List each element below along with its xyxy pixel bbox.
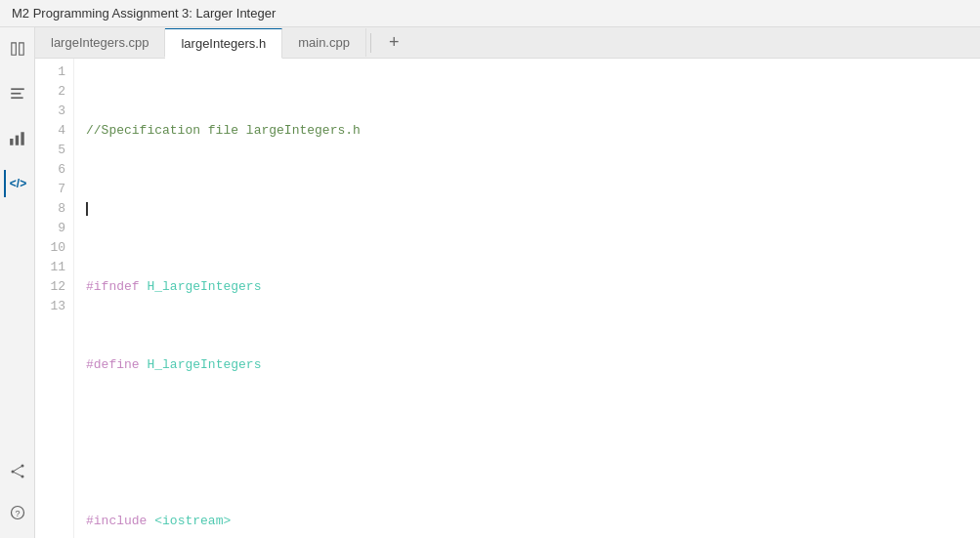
line-number-6: 6: [43, 160, 65, 180]
tab-bar: largeIntegers.cpp largeIntegers.h main.c…: [35, 27, 980, 59]
tab-largeIntegers-cpp[interactable]: largeIntegers.cpp: [35, 28, 165, 57]
code-line-4: #define H_largeIntegers: [86, 355, 980, 375]
code-content[interactable]: //Specification file largeIntegers.h #if…: [74, 59, 980, 538]
code-icon[interactable]: </>: [4, 170, 31, 197]
help-icon[interactable]: ?: [4, 499, 31, 526]
code-editor[interactable]: 1 2 3 4 5 6 7 8 9 10 11 12 13 //Specific…: [35, 59, 980, 538]
line-number-3: 3: [43, 102, 65, 121]
code-line-5: [86, 434, 980, 453]
tab-main-cpp[interactable]: main.cpp: [282, 28, 366, 57]
line-number-12: 12: [43, 277, 65, 297]
svg-line-9: [13, 466, 22, 472]
window-title: M2 Programming Assignment 3: Larger Inte…: [12, 6, 276, 21]
svg-rect-3: [10, 139, 13, 145]
line-number-8: 8: [43, 199, 65, 219]
svg-text:?: ?: [15, 509, 20, 518]
main-layout: </> ? la: [0, 27, 980, 538]
line-number-7: 7: [43, 180, 65, 199]
line-number-2: 2: [43, 82, 65, 102]
svg-rect-4: [15, 136, 18, 145]
line-number-13: 13: [43, 297, 65, 316]
title-bar: M2 Programming Assignment 3: Larger Inte…: [0, 0, 980, 27]
code-line-2: [86, 199, 980, 219]
line-numbers: 1 2 3 4 5 6 7 8 9 10 11 12 13: [35, 59, 74, 538]
svg-rect-5: [21, 132, 23, 145]
line-number-9: 9: [43, 219, 65, 238]
book-icon[interactable]: [4, 35, 31, 62]
line-number-10: 10: [43, 238, 65, 258]
code-line-1: //Specification file largeIntegers.h: [86, 121, 980, 141]
svg-rect-0: [11, 88, 24, 90]
tab-separator: [370, 33, 371, 53]
tab-largeIntegers-h[interactable]: largeIntegers.h: [165, 28, 282, 59]
chart-icon[interactable]: [4, 125, 31, 152]
activity-bar-bottom: ?: [4, 458, 31, 538]
share-icon[interactable]: [4, 458, 31, 485]
code-line-6: #include <iostream>: [86, 512, 980, 531]
line-number-11: 11: [43, 258, 65, 277]
list-icon[interactable]: [4, 80, 31, 107]
svg-rect-2: [11, 97, 22, 99]
code-line-3: #ifndef H_largeIntegers: [86, 277, 980, 297]
line-number-1: 1: [43, 62, 65, 82]
svg-rect-1: [11, 93, 21, 95]
editor-area: largeIntegers.cpp largeIntegers.h main.c…: [35, 27, 980, 538]
line-number-5: 5: [43, 141, 65, 160]
add-tab-button[interactable]: +: [379, 27, 409, 58]
activity-bar: </> ?: [0, 27, 35, 538]
svg-line-10: [13, 472, 22, 476]
line-number-4: 4: [43, 121, 65, 141]
